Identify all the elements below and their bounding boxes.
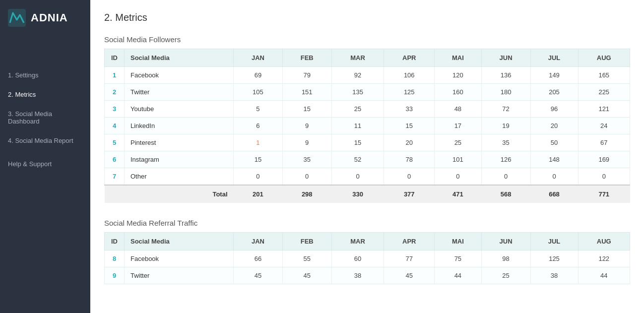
cell-jan: 1 [234, 134, 283, 151]
cell-mar: 15 [331, 134, 384, 151]
cell-jul: 205 [530, 84, 578, 101]
traffic-col-header-jun: JUN [481, 233, 530, 250]
cell-jun: 72 [481, 101, 530, 118]
cell-feb: 35 [282, 151, 331, 168]
col-header-social: Social Media [125, 49, 234, 67]
cell-jun: 136 [481, 67, 530, 84]
cell-jun: 180 [481, 84, 530, 101]
nav-item-social-report[interactable]: 4. Social Media Report [0, 131, 90, 150]
cell-feb: 79 [282, 67, 331, 84]
sidebar: ADNIA 1. Settings 2. Metrics 3. Social M… [0, 0, 90, 313]
table-row: 3Youtube5152533487296121 [105, 101, 630, 118]
cell-apr: 106 [384, 67, 435, 84]
cell-apr: 20 [384, 134, 435, 151]
col-header-apr: APR [384, 49, 435, 67]
traffic-col-header-id: ID [105, 233, 125, 250]
cell-aug: 165 [578, 67, 630, 84]
cell-jun: 35 [481, 134, 530, 151]
cell-apr: 77 [384, 250, 435, 267]
cell-jul: 50 [530, 134, 578, 151]
cell-id: 5 [105, 134, 125, 151]
traffic-col-header-mar: MAR [331, 233, 384, 250]
nav-item-metrics[interactable]: 2. Metrics [0, 85, 90, 104]
total-jan: 201 [234, 185, 283, 203]
traffic-col-header-aug: AUG [578, 233, 630, 250]
cell-social: LinkedIn [125, 118, 234, 134]
cell-jul: 20 [530, 118, 578, 134]
total-jul: 668 [530, 185, 578, 203]
totals-row: Total 201 298 330 377 471 568 668 771 [105, 185, 630, 203]
cell-feb: 15 [282, 101, 331, 118]
cell-mar: 11 [331, 118, 384, 134]
main-content: 2. Metrics Social Media Followers ID Soc… [90, 0, 644, 313]
table-row: 7Other00000000 [105, 168, 630, 186]
total-mar: 330 [331, 185, 384, 203]
cell-aug: 67 [578, 134, 630, 151]
cell-mar: 25 [331, 101, 384, 118]
cell-jan: 0 [234, 168, 283, 186]
cell-social: Instagram [125, 151, 234, 168]
cell-jul: 148 [530, 151, 578, 168]
table-row: 5Pinterest19152025355067 [105, 134, 630, 151]
nav-item-help[interactable]: Help & Support [0, 154, 90, 174]
nav-item-settings[interactable]: 1. Settings [0, 65, 90, 85]
traffic-col-header-mai: MAI [435, 233, 482, 250]
col-header-jul: JUL [530, 49, 578, 67]
cell-id: 6 [105, 151, 125, 168]
traffic-col-header-apr: APR [384, 233, 435, 250]
col-header-mar: MAR [331, 49, 384, 67]
total-feb: 298 [282, 185, 331, 203]
cell-mai: 120 [435, 67, 482, 84]
cell-aug: 122 [578, 250, 630, 267]
cell-jan: 6 [234, 118, 283, 134]
traffic-col-header-jul: JUL [530, 233, 578, 250]
cell-apr: 0 [384, 168, 435, 186]
nav: 1. Settings 2. Metrics 3. Social Media D… [0, 65, 90, 174]
cell-jan: 15 [234, 151, 283, 168]
cell-mai: 25 [435, 134, 482, 151]
cell-jun: 19 [481, 118, 530, 134]
cell-mar: 92 [331, 67, 384, 84]
total-label: Total [105, 185, 234, 203]
cell-id: 3 [105, 101, 125, 118]
table-row: 1Facebook697992106120136149165 [105, 67, 630, 84]
traffic-col-header-social: Social Media [125, 233, 234, 250]
total-aug: 771 [578, 185, 630, 203]
cell-mai: 17 [435, 118, 482, 134]
cell-aug: 169 [578, 151, 630, 168]
cell-social: Youtube [125, 101, 234, 118]
cell-id: 8 [105, 250, 125, 267]
svg-rect-0 [8, 9, 26, 27]
cell-jun: 0 [481, 168, 530, 186]
cell-apr: 45 [384, 267, 435, 284]
cell-social: Pinterest [125, 134, 234, 151]
table-row: 8Facebook665560777598125122 [105, 250, 630, 267]
cell-mar: 52 [331, 151, 384, 168]
cell-mar: 135 [331, 84, 384, 101]
cell-mai: 48 [435, 101, 482, 118]
col-header-mai: MAI [435, 49, 482, 67]
cell-feb: 45 [282, 267, 331, 284]
cell-mai: 0 [435, 168, 482, 186]
cell-feb: 151 [282, 84, 331, 101]
total-mai: 471 [435, 185, 482, 203]
total-apr: 377 [384, 185, 435, 203]
cell-apr: 33 [384, 101, 435, 118]
page-title: 2. Metrics [104, 12, 630, 23]
cell-jul: 0 [530, 168, 578, 186]
cell-feb: 9 [282, 118, 331, 134]
nav-item-social-dashboard[interactable]: 3. Social Media Dashboard [0, 104, 90, 131]
cell-aug: 121 [578, 101, 630, 118]
cell-id: 1 [105, 67, 125, 84]
total-jun: 568 [481, 185, 530, 203]
cell-jul: 125 [530, 250, 578, 267]
table-row: 4LinkedIn69111517192024 [105, 118, 630, 134]
cell-id: 7 [105, 168, 125, 186]
cell-jan: 66 [234, 250, 283, 267]
col-header-jan: JAN [234, 49, 283, 67]
col-header-id: ID [105, 49, 125, 67]
cell-feb: 55 [282, 250, 331, 267]
traffic-table: ID Social Media JAN FEB MAR APR MAI JUN … [104, 232, 630, 284]
table-row: 6Instagram15355278101126148169 [105, 151, 630, 168]
table-row: 2Twitter105151135125160180205225 [105, 84, 630, 101]
